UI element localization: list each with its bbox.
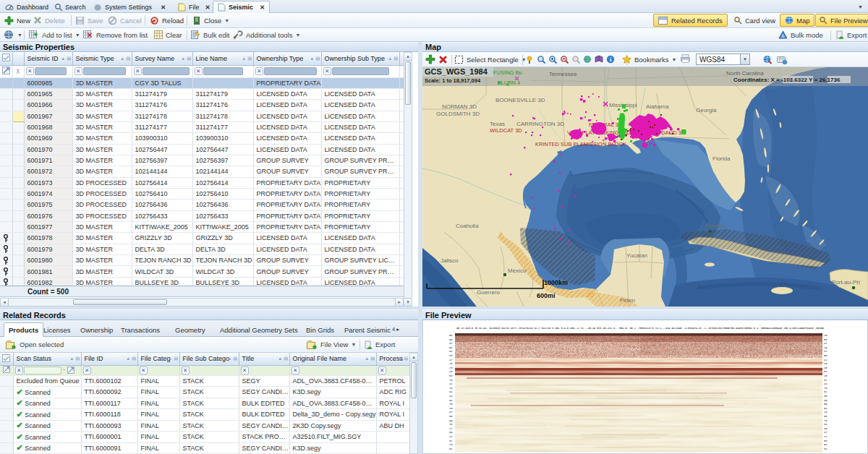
svg-text:04: 04 (824, 407, 827, 410)
svg-text:Alabama: Alabama (646, 103, 669, 110)
svg-text:02: 02 (824, 390, 827, 393)
svg-text:26: 26 (449, 370, 453, 373)
svg-text:87: 87 (449, 440, 453, 442)
svg-text:18: 18 (824, 411, 827, 414)
svg-text:42: 42 (824, 359, 827, 361)
svg-text:20: 20 (449, 407, 453, 410)
svg-text:37: 37 (449, 342, 453, 345)
svg-text:59: 59 (824, 403, 827, 406)
svg-text:66: 66 (449, 346, 453, 349)
svg-text:CARRINGTON 3D: CARRINGTON 3D (516, 121, 564, 127)
svg-text:47: 47 (449, 359, 453, 361)
svg-text:96: 96 (449, 338, 453, 341)
svg-text:34: 34 (824, 423, 827, 426)
svg-text:Florida: Florida (712, 155, 731, 162)
svg-text:42: 42 (449, 435, 453, 438)
svg-text:42: 42 (449, 382, 453, 385)
svg-text:94: 94 (449, 399, 453, 402)
svg-text:87: 87 (449, 411, 453, 414)
svg-text:94: 94 (449, 350, 453, 353)
svg-text:46: 46 (449, 354, 453, 357)
svg-text:47: 47 (824, 350, 827, 353)
svg-text:44: 44 (449, 395, 453, 398)
svg-text:99: 99 (449, 419, 453, 422)
svg-text:80: 80 (824, 399, 827, 402)
svg-text:78: 78 (824, 387, 827, 390)
svg-text:FLURN 4: FLURN 4 (498, 80, 520, 86)
svg-text:69: 69 (449, 431, 453, 434)
svg-text:Coordinates: X = -103.6322: Coordinates: X = -103.6322 Y = 26.1736 (733, 77, 841, 83)
svg-text:76: 76 (449, 423, 453, 426)
svg-text:1000km: 1000km (544, 279, 568, 286)
svg-text:KRINTED SUB PL&MISSION BLOCK: KRINTED SUB PL&MISSION BLOCK (535, 141, 626, 147)
svg-text:25: 25 (824, 334, 827, 337)
svg-text:North Carolina: North Carolina (726, 70, 764, 77)
svg-text:Tennessee: Tennessee (549, 71, 577, 77)
svg-text:70: 70 (449, 362, 453, 365)
svg-text:40: 40 (824, 367, 827, 369)
svg-text:71: 71 (449, 427, 453, 430)
svg-text:66: 66 (824, 338, 827, 341)
svg-text:98: 98 (449, 334, 453, 337)
svg-text:47: 47 (824, 342, 827, 345)
svg-text:40: 40 (824, 427, 827, 430)
svg-text:37: 37 (824, 379, 827, 382)
svg-text:27: 27 (824, 435, 827, 438)
svg-text:Mexico: Mexico (508, 267, 527, 274)
svg-text:26: 26 (449, 443, 453, 446)
svg-text:Texas: Texas (490, 121, 505, 127)
svg-text:58: 58 (824, 440, 827, 442)
svg-text:29: 29 (824, 346, 827, 349)
svg-text:NORMAN 3D: NORMAN 3D (442, 103, 477, 110)
svg-text:66: 66 (824, 415, 827, 418)
svg-text:IFUSING Bu: IFUSING Bu (492, 69, 522, 76)
svg-text:43: 43 (824, 374, 827, 377)
svg-text:07: 07 (824, 370, 827, 373)
svg-text:98: 98 (824, 443, 827, 446)
svg-text:Guerrero: Guerrero (477, 289, 501, 296)
svg-text:Jalisco: Jalisco (441, 257, 459, 264)
svg-text:19: 19 (824, 362, 827, 365)
svg-text:47: 47 (824, 431, 827, 434)
svg-text:05: 05 (824, 354, 827, 357)
svg-text:85: 85 (824, 395, 827, 398)
svg-text:75: 75 (449, 403, 453, 406)
svg-text:Scale: 1 to 18,917,094: Scale: 1 to 18,917,094 (425, 77, 481, 84)
svg-text:76: 76 (824, 419, 827, 422)
svg-text:01: 01 (449, 447, 453, 450)
svg-text:88: 88 (449, 374, 453, 377)
svg-text:91: 91 (449, 390, 453, 393)
svg-text:Peten: Peten (620, 297, 635, 304)
svg-text:30: 30 (449, 415, 453, 418)
svg-text:GCS_WGS_1984: GCS_WGS_1984 (425, 67, 488, 76)
svg-text:44: 44 (824, 382, 827, 385)
svg-text:Port-au-Pri: Port-au-Pri (832, 279, 860, 286)
svg-text:73: 73 (449, 367, 453, 369)
svg-text:BOONESVILLE 3D: BOONESVILLE 3D (495, 97, 545, 103)
svg-text:GOLDSMITH 3D: GOLDSMITH 3D (436, 111, 480, 117)
svg-text:Georgia: Georgia (696, 107, 717, 113)
svg-text:Coahuila: Coahuila (456, 223, 479, 229)
svg-text:34: 34 (824, 447, 827, 450)
svg-text:Havana: Havana (706, 223, 726, 229)
svg-text:Yucatan: Yucatan (626, 252, 647, 259)
svg-text:79: 79 (449, 387, 453, 390)
svg-text:600mi: 600mi (537, 292, 556, 299)
svg-text:95 47-620-0 75 32-92- 6126520: 95 47-620-0 75 32-92- 6126520 64279 2877… (456, 327, 825, 330)
svg-text:WILDCAT 3D: WILDCAT 3D (490, 127, 522, 134)
svg-text:70: 70 (449, 379, 453, 382)
